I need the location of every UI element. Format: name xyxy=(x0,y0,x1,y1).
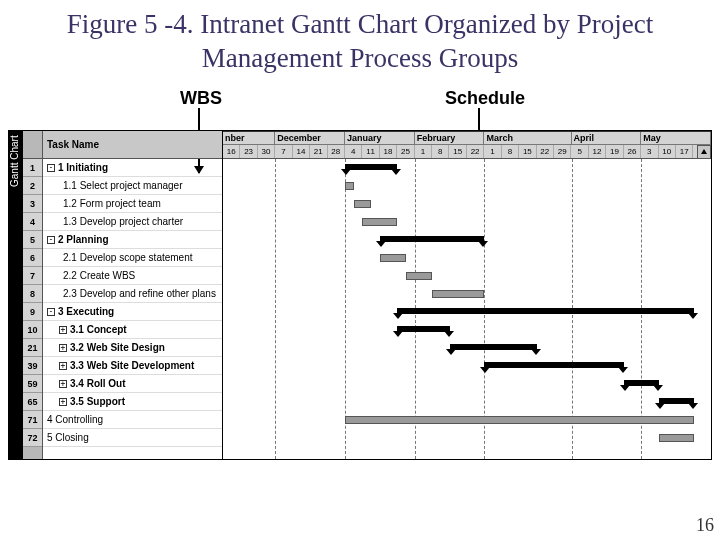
row-number: 21 xyxy=(23,339,42,357)
day-label: 5 xyxy=(571,145,588,158)
day-label: 17 xyxy=(676,145,693,158)
row-number: 10 xyxy=(23,321,42,339)
task-cell[interactable]: 4 Controlling xyxy=(43,411,222,429)
task-bar[interactable] xyxy=(406,272,432,280)
task-cell[interactable]: 1.2 Form project team xyxy=(43,195,222,213)
month-label: February xyxy=(415,131,485,144)
task-cell[interactable]: -1 Initiating xyxy=(43,159,222,177)
day-label: 19 xyxy=(606,145,623,158)
gantt-row xyxy=(223,321,711,339)
day-label: 30 xyxy=(258,145,275,158)
summary-bar[interactable] xyxy=(380,236,485,242)
gantt-row xyxy=(223,195,711,213)
day-label: 28 xyxy=(328,145,345,158)
task-label: 1.3 Develop project charter xyxy=(63,213,183,231)
day-label: 15 xyxy=(519,145,536,158)
task-label: 1 Initiating xyxy=(58,159,108,177)
month-label: December xyxy=(275,131,345,144)
collapse-icon[interactable]: - xyxy=(47,164,55,172)
day-label: 8 xyxy=(502,145,519,158)
day-label: 3 xyxy=(641,145,658,158)
row-number-header xyxy=(23,131,42,159)
expand-icon[interactable]: + xyxy=(59,398,67,406)
task-bar[interactable] xyxy=(659,434,694,442)
summary-bar[interactable] xyxy=(484,362,623,368)
row-number: 39 xyxy=(23,357,42,375)
task-label: 3.1 Concept xyxy=(70,321,127,339)
row-number: 3 xyxy=(23,195,42,213)
scroll-up-icon[interactable] xyxy=(697,145,711,159)
gantt-row xyxy=(223,177,711,195)
task-name-column: Task Name -1 Initiating1.1 Select projec… xyxy=(43,131,223,459)
collapse-icon[interactable]: - xyxy=(47,308,55,316)
collapse-icon[interactable]: - xyxy=(47,236,55,244)
task-label: 1.1 Select project manager xyxy=(63,177,183,195)
row-number: 9 xyxy=(23,303,42,321)
day-label: 4 xyxy=(345,145,362,158)
summary-bar[interactable] xyxy=(624,380,659,386)
task-label: 3.5 Support xyxy=(70,393,125,411)
task-label: 3.4 Roll Out xyxy=(70,375,126,393)
row-number: 4 xyxy=(23,213,42,231)
task-cell[interactable]: +3.2 Web Site Design xyxy=(43,339,222,357)
task-cell[interactable]: 1.1 Select project manager xyxy=(43,177,222,195)
schedule-annotation: Schedule xyxy=(445,88,525,109)
task-label: 3 Executing xyxy=(58,303,114,321)
task-cell[interactable]: 5 Closing xyxy=(43,429,222,447)
task-cell[interactable]: +3.4 Roll Out xyxy=(43,375,222,393)
task-cell[interactable]: 2.1 Develop scope statement xyxy=(43,249,222,267)
gantt-row xyxy=(223,429,711,447)
task-bar[interactable] xyxy=(354,200,371,208)
gantt-timeline: nberDecemberJanuaryFebruaryMarchAprilMay… xyxy=(223,131,711,459)
task-bar[interactable] xyxy=(362,218,397,226)
gantt-row xyxy=(223,267,711,285)
day-label: 18 xyxy=(380,145,397,158)
task-label: 2 Planning xyxy=(58,231,109,249)
task-cell[interactable]: 2.2 Create WBS xyxy=(43,267,222,285)
day-header: 1623307142128411182518152218152229512192… xyxy=(223,145,711,159)
day-label: 10 xyxy=(659,145,676,158)
summary-bar[interactable] xyxy=(345,164,397,170)
svg-marker-0 xyxy=(701,149,707,154)
summary-bar[interactable] xyxy=(397,326,449,332)
month-label: April xyxy=(572,131,642,144)
gantt-row xyxy=(223,303,711,321)
gantt-row xyxy=(223,213,711,231)
task-cell[interactable]: +3.3 Web Site Development xyxy=(43,357,222,375)
summary-bar[interactable] xyxy=(397,308,693,314)
task-bar[interactable] xyxy=(345,182,354,190)
expand-icon[interactable]: + xyxy=(59,344,67,352)
task-bar[interactable] xyxy=(345,416,694,424)
summary-bar[interactable] xyxy=(659,398,694,404)
task-label: 3.2 Web Site Design xyxy=(70,339,165,357)
gantt-row xyxy=(223,159,711,177)
summary-bar[interactable] xyxy=(450,344,537,350)
task-cell[interactable]: 1.3 Develop project charter xyxy=(43,213,222,231)
task-bar[interactable] xyxy=(432,290,484,298)
gantt-grid xyxy=(223,159,711,459)
month-header: nberDecemberJanuaryFebruaryMarchAprilMay xyxy=(223,131,711,145)
day-label: 22 xyxy=(537,145,554,158)
task-cell[interactable]: +3.5 Support xyxy=(43,393,222,411)
task-cell[interactable]: -2 Planning xyxy=(43,231,222,249)
gantt-tab[interactable]: Gantt Chart xyxy=(9,131,23,459)
gantt-row xyxy=(223,339,711,357)
task-label: 3.3 Web Site Development xyxy=(70,357,194,375)
expand-icon[interactable]: + xyxy=(59,326,67,334)
task-label: 5 Closing xyxy=(47,429,89,447)
task-cell[interactable]: 2.3 Develop and refine other plans xyxy=(43,285,222,303)
month-label: nber xyxy=(223,131,275,144)
day-label: 29 xyxy=(554,145,571,158)
row-number: 2 xyxy=(23,177,42,195)
expand-icon[interactable]: + xyxy=(59,380,67,388)
task-label: 2.2 Create WBS xyxy=(63,267,135,285)
expand-icon[interactable]: + xyxy=(59,362,67,370)
day-label: 1 xyxy=(415,145,432,158)
task-cell[interactable]: -3 Executing xyxy=(43,303,222,321)
task-bar[interactable] xyxy=(380,254,406,262)
day-label: 25 xyxy=(397,145,414,158)
day-label: 11 xyxy=(362,145,379,158)
gantt-row xyxy=(223,231,711,249)
task-cell[interactable]: +3.1 Concept xyxy=(43,321,222,339)
task-label: 1.2 Form project team xyxy=(63,195,161,213)
